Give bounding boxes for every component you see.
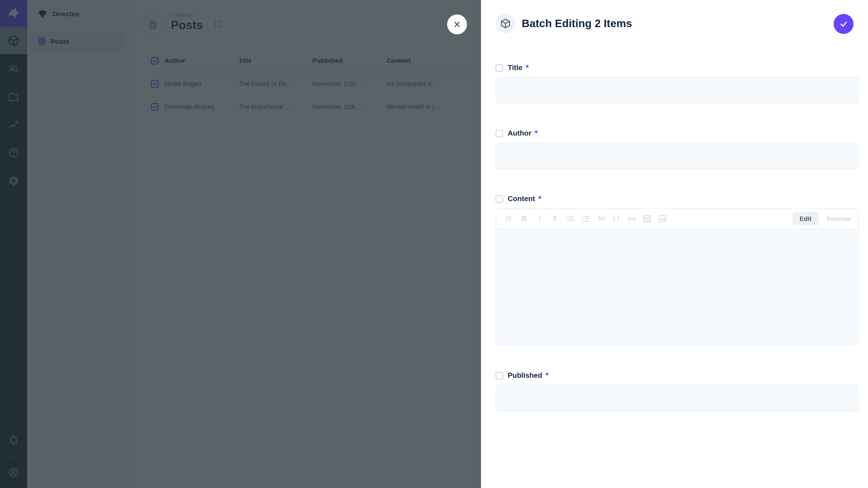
batch-author-checkbox[interactable] [495, 129, 503, 137]
drawer-body: Title ★ Author ★ Content ★ [481, 63, 868, 412]
text-size-button[interactable]: tT [502, 212, 515, 225]
drawer-overlay[interactable] [0, 0, 481, 488]
tab-edit[interactable]: Edit [792, 212, 819, 225]
link-button[interactable] [625, 212, 638, 225]
app: Directus Posts Content Posts [0, 0, 868, 488]
italic-icon: I [538, 215, 540, 223]
field-label-row: Content ★ [495, 194, 859, 203]
italic-button[interactable]: I [532, 212, 546, 225]
field-published: Published ★ [495, 371, 859, 412]
bulleted-list-button[interactable] [563, 212, 577, 225]
editor-toolbar: tT B I T 123 [496, 209, 858, 230]
table-icon [642, 214, 652, 224]
batch-title-checkbox[interactable] [495, 64, 503, 72]
author-input[interactable] [495, 142, 859, 169]
image-button[interactable] [655, 212, 669, 225]
required-star-icon: ★ [545, 371, 549, 377]
title-input[interactable] [495, 77, 859, 104]
field-author: Author ★ [495, 129, 859, 169]
drawer-header-icon [495, 13, 515, 33]
code-icon [611, 214, 621, 224]
blockquote-icon [596, 214, 606, 224]
field-label: Published [508, 371, 542, 380]
field-label: Content [508, 195, 535, 203]
content-editor-area[interactable] [496, 230, 858, 345]
field-label-row: Title ★ [495, 63, 859, 72]
strikethrough-icon: T [553, 215, 557, 223]
table-button[interactable] [640, 212, 654, 225]
drawer-title: Batch Editing 2 Items [522, 17, 632, 30]
markdown-editor: tT B I T 123 [495, 208, 859, 346]
required-star-icon: ★ [534, 129, 538, 134]
field-content: Content ★ tT B I T 123 [495, 194, 859, 346]
close-icon [453, 20, 462, 29]
box-icon [500, 18, 511, 29]
link-icon [627, 214, 637, 224]
field-label-row: Published ★ [495, 371, 859, 380]
batch-edit-drawer: Batch Editing 2 Items Title ★ Author [481, 0, 868, 488]
check-icon [839, 19, 848, 29]
save-button[interactable] [834, 14, 854, 34]
published-input[interactable] [495, 385, 859, 412]
drawer-header: Batch Editing 2 Items [481, 0, 868, 33]
svg-text:3: 3 [582, 220, 583, 223]
field-label: Title [508, 64, 522, 72]
numbered-list-button[interactable]: 123 [579, 212, 592, 225]
tab-preview[interactable]: Preview [827, 215, 851, 222]
required-star-icon: ★ [538, 195, 542, 200]
text-size-icon: tT [506, 215, 512, 222]
batch-published-checkbox[interactable] [495, 372, 503, 379]
field-title: Title ★ [495, 63, 859, 104]
bold-icon: B [521, 215, 526, 223]
numbered-list-icon: 123 [581, 214, 590, 224]
strikethrough-button[interactable]: T [548, 212, 561, 225]
image-icon [657, 214, 667, 224]
field-label: Author [508, 129, 531, 137]
field-label-row: Author ★ [495, 129, 859, 138]
drawer-close-button[interactable] [447, 14, 467, 34]
batch-content-checkbox[interactable] [495, 195, 503, 203]
bold-button[interactable]: B [517, 212, 531, 225]
required-star-icon: ★ [525, 64, 529, 69]
blockquote-button[interactable] [594, 212, 608, 225]
bulleted-list-icon [565, 214, 575, 224]
code-button[interactable] [610, 212, 623, 225]
